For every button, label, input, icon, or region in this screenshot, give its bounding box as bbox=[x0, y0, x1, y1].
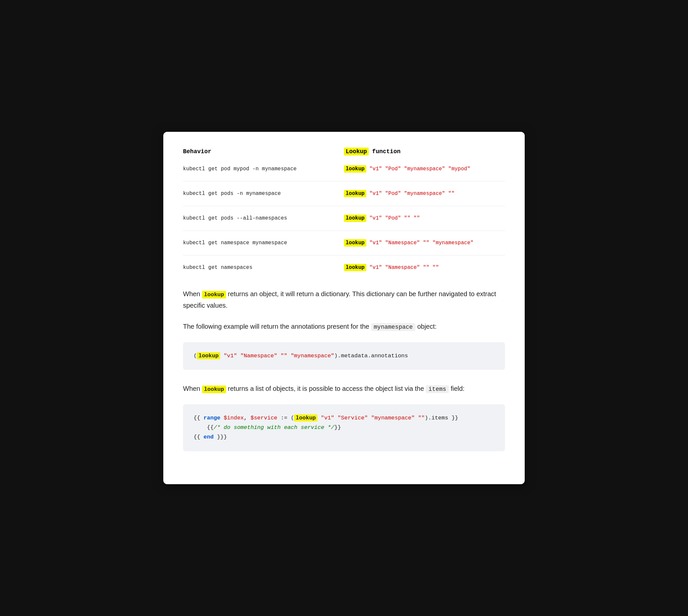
code2-str4: "" bbox=[418, 415, 425, 421]
lookup-args: "v1" "Namespace" "" "mynamespace" bbox=[369, 240, 474, 246]
code2-line2-close: }} bbox=[334, 424, 341, 431]
code1-str1: "v1" bbox=[224, 353, 237, 359]
table-header-lookup: Lookup function bbox=[344, 148, 505, 161]
table-cell-behavior: kubectl get pods --all-namespaces bbox=[183, 211, 344, 226]
lookup-arg-0: "v1" bbox=[369, 265, 382, 270]
lookup-arg-2: "" bbox=[423, 240, 429, 246]
code2-line2: {{/* do something with each service */}} bbox=[193, 423, 495, 433]
code2-line3: {{ end }}} bbox=[193, 433, 495, 442]
code1-str4: "mynamespace" bbox=[291, 353, 335, 359]
prose-paragraph-1: When lookup returns an object, it will r… bbox=[183, 288, 505, 311]
table-row: kubectl get pods --all-namespaceslookup … bbox=[183, 211, 505, 226]
lookup-arg-0: "v1" bbox=[369, 240, 382, 246]
code2-end-keyword: end bbox=[204, 434, 214, 440]
table-cell-lookup: lookup "v1" "Namespace" "" "" bbox=[344, 260, 505, 275]
lookup-arg-2: "" bbox=[423, 265, 429, 270]
table-cell-lookup: lookup "v1" "Pod" "" "" bbox=[344, 211, 505, 226]
table-cell-behavior: kubectl get namespaces bbox=[183, 260, 344, 275]
lookup-args: "v1" "Pod" "mynamespace" "" bbox=[369, 191, 454, 197]
table-cell-lookup: lookup "v1" "Namespace" "" "mynamespace" bbox=[344, 235, 505, 250]
code2-lookup-keyword: lookup bbox=[294, 415, 317, 421]
prose-paragraph-3: When lookup returns a list of objects, i… bbox=[183, 383, 505, 394]
code2-line1-open: {{ bbox=[193, 415, 204, 421]
lookup-arg-0: "v1" bbox=[369, 191, 382, 197]
lookup-arg-1: "Namespace" bbox=[385, 240, 420, 246]
lookup-arg-0: "v1" bbox=[369, 166, 382, 172]
prose2-before: The following example will return the an… bbox=[183, 323, 371, 330]
lookup-arg-0: "v1" bbox=[369, 215, 382, 221]
lookup-args: "v1" "Namespace" "" "" bbox=[369, 265, 439, 270]
lookup-arg-1: "Pod" bbox=[385, 166, 401, 172]
prose3-middle: returns a list of objects, it is possibl… bbox=[226, 385, 426, 392]
code2-line2-indent: {{ bbox=[193, 424, 213, 431]
code2-end-close2: } bbox=[224, 434, 227, 440]
table-row: kubectl get pod mypod -n mynamespacelook… bbox=[183, 161, 505, 177]
lookup-arg-2: "" bbox=[404, 215, 410, 221]
header-function-text: function bbox=[369, 148, 400, 155]
lookup-keyword: lookup bbox=[344, 215, 366, 222]
table-cell-lookup: lookup "v1" "Pod" "mynamespace" "" bbox=[344, 186, 505, 201]
code2-str3: "mynamespace" bbox=[371, 415, 415, 421]
lookup-keyword: lookup bbox=[344, 190, 366, 197]
table-cell-behavior: kubectl get pods -n mynamespace bbox=[183, 186, 344, 201]
table-row: kubectl get namespace mynamespacelookup … bbox=[183, 235, 505, 250]
lookup-arg-3: "" bbox=[414, 215, 420, 221]
prose3-after: field: bbox=[449, 385, 464, 392]
code1-open-paren: ( bbox=[193, 353, 197, 359]
lookup-arg-2: "mynamespace" bbox=[404, 191, 445, 197]
table-row: kubectl get pods -n mynamespacelookup "v… bbox=[183, 186, 505, 201]
code1-lookup-keyword: lookup bbox=[197, 352, 220, 359]
header-lookup-highlight: Lookup bbox=[344, 148, 369, 155]
code2-service-var: $service bbox=[250, 415, 277, 421]
code1-str2: "Namespace" bbox=[240, 353, 277, 359]
code2-index-var: $index bbox=[224, 415, 244, 421]
lookup-arg-3: "" bbox=[432, 265, 439, 270]
code2-space3 bbox=[415, 415, 418, 421]
lookup-arg-3: "mypod" bbox=[448, 166, 470, 172]
prose2-code: mynamespace bbox=[371, 323, 416, 331]
code2-end-open: {{ bbox=[193, 434, 204, 440]
main-card: Behavior Lookup function kubectl get pod… bbox=[163, 132, 525, 484]
lookup-arg-1: "Pod" bbox=[385, 191, 401, 197]
code2-space2 bbox=[368, 415, 371, 421]
lookup-keyword: lookup bbox=[344, 264, 366, 271]
prose3-items-code: items bbox=[426, 385, 449, 393]
prose-paragraph-2: The following example will return the an… bbox=[183, 321, 505, 332]
code2-line1-vars bbox=[221, 415, 224, 421]
code-block-2: {{ range $index, $service := (lookup "v1… bbox=[183, 404, 505, 451]
prose1-before: When bbox=[183, 290, 202, 298]
code2-args bbox=[317, 415, 321, 421]
table-cell-behavior: kubectl get pod mypod -n mynamespace bbox=[183, 161, 344, 177]
code1-str3: "" bbox=[281, 353, 287, 359]
lookup-keyword: lookup bbox=[344, 239, 366, 246]
code2-comment: /* do something with each service */ bbox=[213, 424, 334, 431]
code2-assign: := ( bbox=[277, 415, 294, 421]
lookup-args: "v1" "Pod" "mynamespace" "mypod" bbox=[369, 166, 470, 172]
lookup-arg-2: "mynamespace" bbox=[404, 166, 445, 172]
table-row: kubectl get namespaceslookup "v1" "Names… bbox=[183, 260, 505, 275]
code2-comma: , bbox=[244, 415, 250, 421]
prose3-before: When bbox=[183, 385, 202, 392]
lookup-arg-1: "Namespace" bbox=[385, 265, 420, 270]
behavior-table: Behavior Lookup function kubectl get pod… bbox=[183, 148, 505, 275]
table-cell-lookup: lookup "v1" "Pod" "mynamespace" "mypod" bbox=[344, 161, 505, 177]
code-block-1: (lookup "v1" "Namespace" "" "mynamespace… bbox=[183, 342, 505, 370]
code1-close: ).metadata.annotations bbox=[334, 353, 408, 359]
table-header-behavior: Behavior bbox=[183, 148, 344, 161]
lookup-keyword: lookup bbox=[344, 166, 366, 173]
lookup-arg-3: "mynamespace" bbox=[432, 240, 474, 246]
lookup-args: "v1" "Pod" "" "" bbox=[369, 215, 420, 221]
lookup-arg-3: "" bbox=[448, 191, 454, 197]
code2-line1: {{ range $index, $service := (lookup "v1… bbox=[193, 414, 495, 423]
prose2-after: object: bbox=[415, 323, 436, 330]
code2-end-close: }} bbox=[213, 434, 224, 440]
prose1-after: returns an object, it will return a dict… bbox=[183, 290, 496, 309]
code2-str1: "v1" bbox=[321, 415, 335, 421]
prose3-keyword: lookup bbox=[202, 386, 226, 393]
lookup-arg-1: "Pod" bbox=[385, 215, 401, 221]
code2-range-keyword: range bbox=[204, 415, 221, 421]
code2-space1 bbox=[334, 415, 338, 421]
code2-close: ).items }} bbox=[425, 415, 458, 421]
code2-str2: "Service" bbox=[338, 415, 368, 421]
prose1-keyword: lookup bbox=[202, 291, 226, 299]
